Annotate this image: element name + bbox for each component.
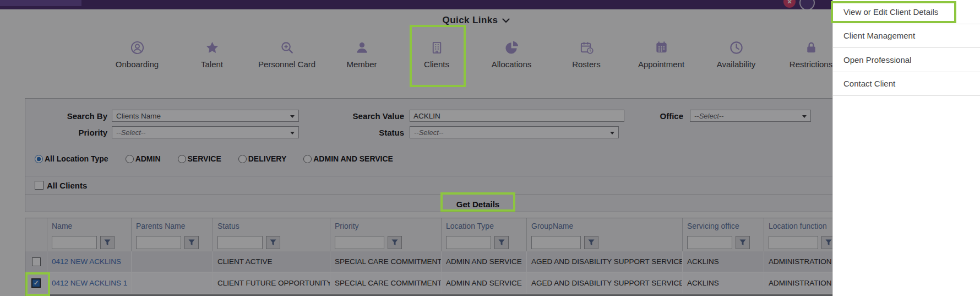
menu-item-view-or-edit-client-details[interactable]: View or Edit Client Details [833,0,980,24]
menu-item-contact-client[interactable]: Contact Client [833,72,980,96]
menu-item-client-management[interactable]: Client Management [833,24,980,49]
menu-item-open-professional[interactable]: Open Professional [833,48,980,72]
context-menu: View or Edit Client Details Client Manag… [832,0,980,296]
client-search-screen: ✕ Quick Links Onboarding Talent [0,0,980,296]
